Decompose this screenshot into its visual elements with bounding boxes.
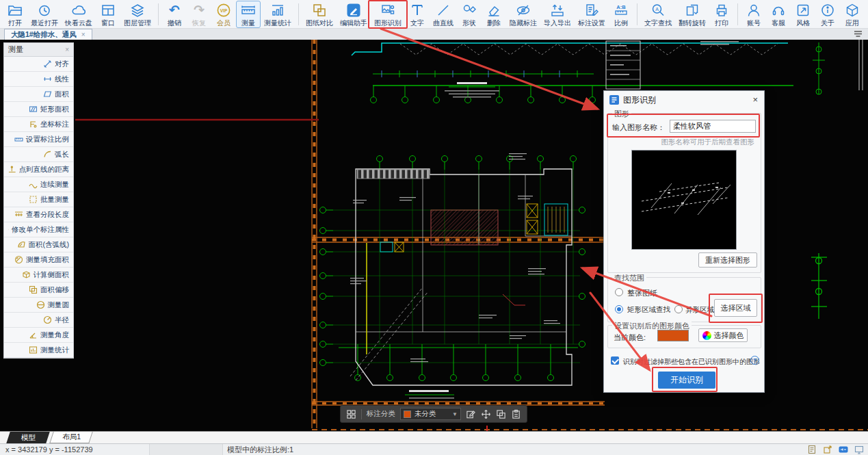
toolbar-button-window[interactable]: 窗口 [96,1,120,28]
linear-icon [43,75,52,83]
text-icon [410,2,425,18]
toolbar-button-redo[interactable]: ↷恢复 [187,1,211,28]
toolbar-button-account[interactable]: 账号 [741,1,766,28]
sidebar-item-continuous-measure[interactable]: 连续测量 [4,177,73,192]
dialog-close-icon[interactable]: × [752,94,758,105]
toolbar-collapse-icon[interactable] [854,30,863,38]
rect-area-icon [29,105,38,114]
sidebar-item-rect-area[interactable]: 矩形面积 [4,102,73,117]
redo-icon: ↷ [194,2,205,18]
export-icon[interactable] [823,445,832,454]
toolbar-button-vip[interactable]: VIP会员 [211,1,236,28]
sheet-tab-layout1[interactable]: 布局1 [49,432,93,443]
toolbar-button-undo[interactable]: ↶撤销 [162,1,187,28]
clipboard-icon[interactable] [511,409,521,419]
radio-rect-area[interactable] [615,305,623,313]
reselect-shape-button[interactable]: 重新选择图形 [698,252,757,268]
toolbar-button-annotation-settings[interactable]: 标注设置 [575,1,609,28]
svg-text:VIP: VIP [220,8,228,12]
radio-whole-drawing[interactable] [615,288,623,296]
annotation-settings-icon [584,2,599,18]
sidebar-item-measure-circle[interactable]: 测量圆 [4,298,73,313]
move-icon[interactable] [481,409,491,419]
category-value: 未分类 [415,409,449,419]
document-tab-label: 大隐1#给排水、通风 [11,30,77,40]
scale-ratio-icon: A:B [614,2,629,18]
copy-icon[interactable] [496,409,506,419]
document-tab[interactable]: 大隐1#给排水、通风 × [4,29,92,40]
sidebar-item-segment-length[interactable]: 查看分段长度 [4,207,73,222]
annotation-note-icon[interactable] [807,445,817,454]
start-recognition-button[interactable]: 开始识别 [658,372,715,389]
toolbar-button-measure[interactable]: 测量 [236,1,261,28]
toolbar-button-edit-assistant[interactable]: 编辑助手 [337,1,371,28]
radio-irregular-area[interactable] [674,305,683,313]
folder-open-icon [8,2,23,18]
filter-checkbox[interactable] [611,356,619,365]
hide-annotations-icon [516,2,531,18]
toolbar-button-apps[interactable]: 应用 [840,1,865,28]
sidebar-item-area[interactable]: 面积 [4,87,73,102]
sidebar-item-batch-measure[interactable]: 批量测量 [4,192,73,207]
choose-color-button[interactable]: 选择颜色 [698,328,748,342]
current-color-label: 当前颜色: [614,333,646,343]
edit-annotation-icon[interactable] [466,409,476,419]
sidebar-item-align[interactable]: 对齐 [4,57,73,72]
apps-cube-icon [845,2,860,18]
sidebar-item-area-offset[interactable]: 面积偏移 [4,283,73,298]
sidebar-item-scale-setting[interactable]: 设置标注比例 [4,132,73,147]
sidebar-item-area-with-arc[interactable]: 面积(含弧线) [4,237,73,252]
toolbar-button-import-export[interactable]: 导入导出 [540,1,575,28]
sidebar-item-coordinate[interactable]: 坐标标注 [4,117,73,132]
category-dropdown[interactable]: 未分类 ▼ [400,408,461,420]
measure-panel-close-icon[interactable]: × [65,46,69,53]
sidebar-item-measure-angle[interactable]: 测量角度 [4,328,73,343]
pc-sync-icon[interactable] [839,445,848,454]
toolbar-button-layers[interactable]: 图层管理 [120,1,155,28]
toolbar-button-shape-recognition[interactable]: 图形识别 [371,1,405,28]
coordinates-cell: x = 3432179 y = -1152739 [0,444,149,455]
shape-recognition-dialog: 图形识别 × 图形 输入图形名称： 图形名称可用于后期查看图形 重新选择图形 查… [603,90,765,393]
chevron-down-icon: ▼ [452,411,458,417]
toolbar-button-hide-annotations[interactable]: 隐藏标注 [506,1,540,28]
shape-name-input[interactable] [670,120,756,133]
color-wheel-icon [702,331,711,340]
sidebar-item-linear[interactable]: 线性 [4,72,73,87]
sidebar-item-fill-area[interactable]: 测量填充面积 [4,252,73,268]
sheet-tab-model[interactable]: 模型 [6,432,50,443]
recent-clock-icon [37,2,52,18]
toolbar-button-flip-rotate[interactable]: 翻转旋转 [675,1,709,28]
main-toolbar: 打开 最近打开 快看云盘 窗口 图层管理 ↶撤销 ↷恢复 VIP会员 测量 测量… [0,0,868,29]
toolbar-button-shapes[interactable]: 形状 [457,1,482,28]
grid-icon[interactable] [346,409,356,419]
sidebar-item-arc-length[interactable]: 弧长 [4,147,73,162]
toolbar-button-curve-line[interactable]: 曲直线 [430,1,457,28]
toolbar-button-drawing-compare[interactable]: 图纸对比 [302,1,337,28]
toolbar-button-style[interactable]: 风格 [791,1,815,28]
toolbar-button-measure-stats[interactable]: 测量统计 [261,1,295,28]
sidebar-item-side-area[interactable]: 计算侧面积 [4,268,73,283]
sidebar-item-radius[interactable]: 半径 [4,313,73,328]
toolbar-button-cloud[interactable]: 快看云盘 [62,1,96,28]
toolbar-button-scale[interactable]: A:B比例 [609,1,633,28]
point-line-distance-icon [8,165,16,174]
modify-annotation-icon [8,225,9,234]
document-tab-close-icon[interactable]: × [81,31,86,38]
toolbar-button-support[interactable]: 客服 [766,1,791,28]
info-icon [820,2,835,18]
sidebar-item-measure-stats[interactable]: 测量统计 [4,343,73,358]
toolbar-button-text[interactable]: 文字 [405,1,430,28]
help-icon[interactable]: ? [750,356,759,365]
dialog-title-bar[interactable]: 图形识别 [604,91,764,109]
sidebar-item-point-line-distance[interactable]: 点到直线的距离 [4,162,73,177]
toolbar-button-recent[interactable]: 最近打开 [27,1,62,28]
toolbar-button-delete[interactable]: 删除 [482,1,506,28]
sidebar-item-modify-annotation[interactable]: 修改单个标注属性 [4,222,73,237]
select-area-button[interactable]: 选择区域 [714,299,757,317]
display-icon[interactable] [854,445,864,454]
toolbar-button-text-search[interactable]: A文字查找 [641,1,675,28]
toolbar-button-about[interactable]: 关于 [815,1,840,28]
toolbar-button-print[interactable]: 打印 [709,1,734,28]
toolbar-button-open[interactable]: 打开 [3,1,27,28]
side-area-icon [22,270,31,279]
